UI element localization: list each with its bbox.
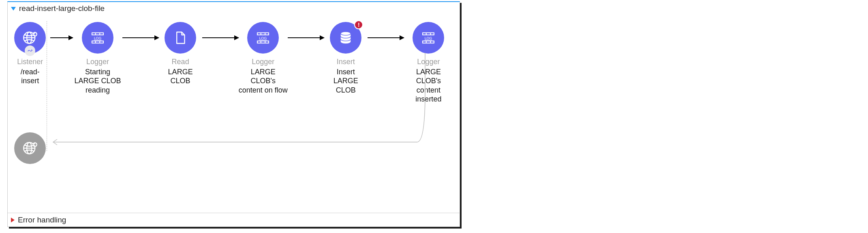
node-type: Logger — [417, 58, 440, 67]
svg-text:LOG: LOG — [425, 36, 432, 40]
svg-rect-11 — [257, 33, 269, 35]
node-label: LARGE CLOB — [159, 67, 202, 86]
flow-arrow — [368, 22, 404, 54]
node-type: Read — [172, 58, 189, 67]
node-type: Logger — [252, 58, 274, 67]
node-type: Insert — [337, 58, 355, 67]
flow-node-insert[interactable]: ! Insert Insert LARGE CLOB — [324, 22, 368, 95]
error-section-label: Error handling — [18, 216, 66, 224]
flow-header[interactable]: read-insert-large-clob-file — [8, 2, 460, 15]
return-path — [50, 118, 432, 118]
flow-arrow — [50, 22, 73, 54]
svg-rect-8 — [92, 41, 103, 43]
flow-name: read-insert-large-clob-file — [19, 4, 105, 13]
node-label: LARGE CLOB's content on flow — [239, 67, 288, 95]
globe-icon — [21, 140, 38, 157]
node-circle: ! — [330, 22, 361, 54]
node-circle: LOG — [413, 22, 444, 54]
node-label: LARGE CLOB's content inserted — [404, 67, 453, 104]
node-circle: LOG — [247, 22, 279, 54]
svg-rect-15 — [257, 41, 269, 43]
node-circle: LOG — [82, 22, 113, 54]
database-icon — [337, 29, 354, 46]
svg-rect-4 — [92, 33, 103, 35]
chevron-down-icon — [11, 7, 16, 11]
svg-rect-20 — [423, 33, 434, 35]
log-icon: LOG — [89, 29, 106, 46]
node-circle — [165, 22, 196, 54]
chevron-right-icon — [11, 218, 15, 222]
flow-arrow — [202, 22, 239, 54]
svg-rect-24 — [423, 41, 434, 43]
node-type: Logger — [86, 58, 109, 67]
svg-text:LOG: LOG — [94, 36, 102, 40]
error-handling-section[interactable]: Error handling — [8, 213, 460, 227]
log-icon: LOG — [420, 29, 437, 46]
node-type: Listener — [17, 58, 43, 67]
node-label: /read-insert — [14, 67, 46, 86]
flow-body: Listener /read-insert LOG Logger S — [8, 15, 460, 213]
flow-arrow — [288, 22, 324, 54]
svg-text:LOG: LOG — [259, 36, 267, 40]
file-icon — [172, 29, 189, 46]
flow-nodes-row: Listener /read-insert LOG Logger S — [14, 22, 453, 127]
source-divider — [47, 21, 47, 151]
node-label: Starting LARGE CLOB reading — [73, 67, 122, 95]
node-circle — [14, 132, 46, 164]
flow-node-listener[interactable]: Listener /read-insert — [14, 22, 46, 86]
flow-canvas: read-insert-large-clob-file — [7, 1, 460, 227]
globe-icon — [21, 29, 38, 46]
flow-node-read[interactable]: Read LARGE CLOB — [159, 22, 202, 86]
flow-node-logger[interactable]: LOG Logger LARGE CLOB's content on flow — [239, 22, 288, 95]
node-label: Insert LARGE CLOB — [324, 67, 368, 95]
response-node[interactable] — [14, 132, 46, 164]
flow-arrow — [122, 22, 159, 54]
flow-node-logger[interactable]: LOG Logger LARGE CLOB's content inserted — [404, 22, 453, 104]
flow-node-logger[interactable]: LOG Logger Starting LARGE CLOB reading — [73, 22, 122, 95]
error-badge-icon: ! — [354, 20, 363, 29]
log-icon: LOG — [254, 29, 272, 46]
node-circle — [14, 22, 46, 54]
connector-badge-icon — [25, 45, 35, 56]
